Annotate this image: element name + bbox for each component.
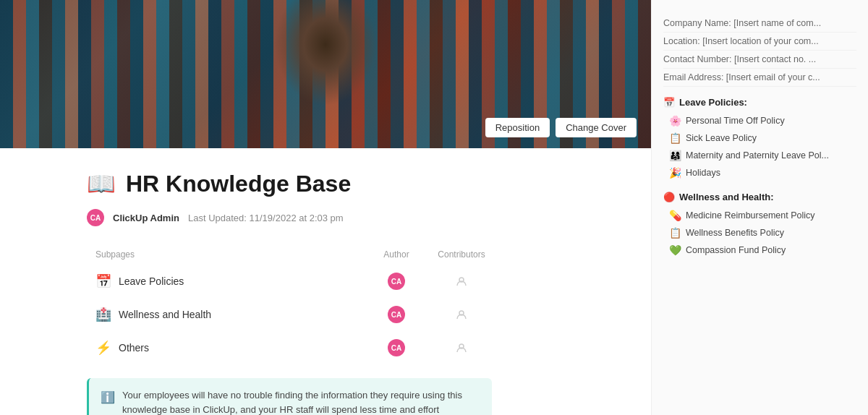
wellness-section-title: 🔴 Wellness and Health:	[663, 192, 856, 202]
table-header: Subpages Author Contributors	[87, 247, 506, 262]
last-updated: Last Updated: 11/19/2022 at 2:03 pm	[188, 213, 344, 223]
leave-policies-contrib	[425, 275, 498, 287]
sidebar: Company Name: [Insert name of com... Loc…	[651, 0, 868, 415]
compassion-fund-label: Compassion Fund Policy	[686, 245, 786, 255]
leave-policies-author: CA	[388, 273, 405, 290]
holidays-icon: 🎉	[669, 167, 681, 179]
others-label: Others	[119, 342, 367, 354]
leave-policies-icon: 📅	[95, 273, 111, 289]
sidebar-location: Location: [Insert location of your com..…	[663, 33, 856, 51]
medicine-label: Medicine Reimbursement Policy	[686, 210, 815, 221]
sidebar-item-maternity-paternity[interactable]: 👨‍👩‍👧 Maternity and Paternity Leave Pol.…	[663, 147, 856, 164]
sidebar-item-wellness-benefits[interactable]: 📋 Wellness Benefits Policy	[663, 224, 856, 241]
subpage-row-others[interactable]: ⚡ Others CA	[87, 332, 506, 364]
maternity-label: Maternity and Paternity Leave Pol...	[686, 150, 829, 161]
sidebar-contact: Contact Number: [Insert contact no. ...	[663, 51, 856, 69]
page-icon: 📖	[87, 170, 116, 197]
wellness-author: CA	[388, 306, 405, 323]
wellness-benefits-label: Wellness Benefits Policy	[686, 228, 784, 238]
others-author: CA	[388, 339, 405, 356]
reposition-button[interactable]: Reposition	[485, 118, 550, 137]
sidebar-item-medicine[interactable]: 💊 Medicine Reimbursement Policy	[663, 207, 856, 224]
wellness-icon: 🏥	[95, 307, 111, 322]
sidebar-item-sick-leave[interactable]: 📋 Sick Leave Policy	[663, 129, 856, 147]
wellness-label: Wellness and Health	[119, 309, 367, 320]
leave-section-title: 📅 Leave Policies:	[663, 97, 856, 108]
compassion-fund-icon: 💚	[669, 244, 681, 256]
subpage-row-wellness[interactable]: 🏥 Wellness and Health CA	[87, 299, 506, 330]
subpages-table: Subpages Author Contributors 📅 Leave Pol…	[87, 247, 506, 364]
info-icon: ℹ️	[101, 389, 115, 415]
subpage-row-leave-policies[interactable]: 📅 Leave Policies CA	[87, 265, 506, 297]
medicine-icon: 💊	[669, 210, 681, 221]
wellness-contrib	[425, 309, 498, 320]
maternity-icon: 👨‍👩‍👧	[669, 150, 681, 161]
info-text: Your employees will have no trouble find…	[122, 388, 480, 415]
sidebar-company-name: Company Name: [Insert name of com...	[663, 14, 856, 33]
personal-time-off-icon: 🌸	[669, 115, 681, 127]
col-contributors-header: Contributors	[425, 249, 498, 260]
author-avatar: CA	[87, 209, 104, 226]
leave-policies-label: Leave Policies	[119, 275, 367, 287]
wellness-section-icon: 🔴	[663, 192, 675, 202]
page-body: 📖 HR Knowledge Base CA ClickUp Admin Las…	[0, 148, 651, 415]
sidebar-item-compassion-fund[interactable]: 💚 Compassion Fund Policy	[663, 241, 856, 259]
change-cover-button[interactable]: Change Cover	[556, 118, 637, 137]
sidebar-item-personal-time-off[interactable]: 🌸 Personal Time Off Policy	[663, 112, 856, 129]
page-title-row: 📖 HR Knowledge Base	[87, 170, 622, 197]
sidebar-email: Email Address: [Insert email of your c..…	[663, 69, 856, 87]
sick-leave-label: Sick Leave Policy	[686, 133, 757, 143]
author-name: ClickUp Admin	[113, 213, 179, 223]
personal-time-off-label: Personal Time Off Policy	[686, 116, 785, 126]
wellness-benefits-icon: 📋	[669, 227, 681, 239]
holidays-label: Holidays	[686, 168, 720, 178]
cover-buttons: Reposition Change Cover	[485, 118, 637, 137]
col-author-header: Author	[367, 249, 425, 260]
sick-leave-icon: 📋	[669, 132, 681, 144]
sidebar-item-holidays[interactable]: 🎉 Holidays	[663, 164, 856, 181]
leave-section-icon: 📅	[663, 97, 675, 108]
others-icon: ⚡	[95, 340, 111, 356]
page-title: HR Knowledge Base	[126, 171, 351, 197]
info-box: ℹ️ Your employees will have no trouble f…	[87, 378, 492, 415]
col-name-header: Subpages	[95, 249, 367, 260]
main-content: Reposition Change Cover 📖 HR Knowledge B…	[0, 0, 651, 415]
cover-image: Reposition Change Cover	[0, 0, 651, 148]
meta-row: CA ClickUp Admin Last Updated: 11/19/202…	[87, 209, 622, 226]
others-contrib	[425, 342, 498, 354]
